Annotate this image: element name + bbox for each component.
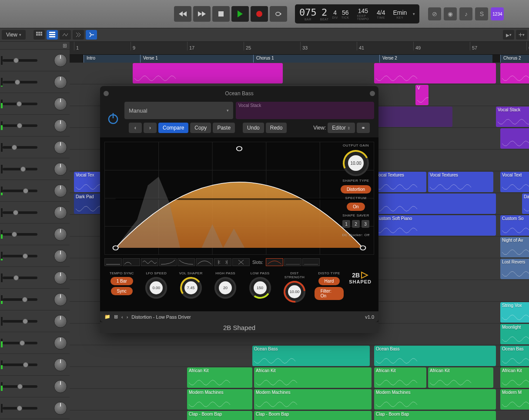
region[interactable]: African Kit [187,367,252,388]
volume-fader[interactable] [3,211,37,214]
pan-knob[interactable] [54,402,67,415]
pan-knob[interactable] [54,141,67,154]
pan-knob[interactable] [54,337,67,350]
region[interactable]: Modern M [500,389,529,410]
settings-icon[interactable]: ⊞ [63,43,67,49]
volume-fader[interactable] [3,385,37,388]
pan-knob[interactable] [54,54,67,67]
output-gain-knob[interactable]: 10.00 [343,150,369,176]
sync-button[interactable]: Sync [111,287,133,295]
volume-fader[interactable] [3,124,37,127]
volume-fader[interactable] [3,190,37,192]
catch-icon[interactable] [86,30,97,40]
lfo-speed-knob[interactable]: 0.00 [145,277,167,299]
pan-knob[interactable] [54,315,67,328]
volume-fader[interactable] [3,407,37,410]
pan-knob[interactable] [54,184,67,197]
folder-icon[interactable]: 📁 [104,314,110,320]
track-row[interactable]: Modern MachinesModern MachinesModern Mac… [70,389,529,410]
pan-knob[interactable] [54,97,67,110]
marker[interactable]: Verse 1 [140,55,253,63]
prev-preset-button[interactable]: ‹ [129,123,142,133]
slot-3[interactable] [302,258,320,266]
pan-knob[interactable] [54,358,67,371]
region[interactable]: V [415,85,429,105]
marker[interactable]: Verse 2 [379,55,492,63]
paste-button[interactable]: Paste [213,123,235,133]
flex-icon[interactable] [73,30,84,40]
pan-knob[interactable] [54,228,67,241]
track-row[interactable]: African KitAfrican KitAfrican KitAfrican… [70,367,529,389]
region[interactable]: Clap - Boom Bap [374,411,496,420]
region[interactable]: Custom So [500,215,529,236]
vol-shaper-knob[interactable]: 7.45 [180,277,202,299]
marker[interactable]: Chorus 2 [500,55,529,63]
region[interactable] [374,193,496,214]
volume-fader[interactable] [3,103,37,105]
region[interactable]: Modern Machines [374,389,496,410]
tempo-value-button[interactable]: 1 Bar [110,277,133,285]
shape-save-2[interactable]: 2 [352,220,360,228]
pan-knob[interactable] [54,119,67,132]
browse-icon[interactable]: ⊞ [114,314,118,320]
note-icon[interactable]: ♪ [459,7,472,20]
play-button[interactable] [231,6,249,22]
resize-icon[interactable] [370,91,375,96]
region[interactable]: Night of Av [500,237,529,257]
region[interactable]: Moonlight [500,324,529,344]
region[interactable]: Vocal Textures [428,172,493,192]
region[interactable]: Ocean Bass [252,346,370,366]
disto-hard-button[interactable]: Hard [318,277,340,285]
list-icon[interactable] [47,30,58,40]
volume-fader[interactable] [3,277,37,279]
region[interactable]: Ocean Bass [374,346,496,366]
tuner-icon[interactable]: ⊘ [428,7,441,20]
pan-knob[interactable] [54,293,67,306]
region[interactable]: Modern Machines [187,389,252,410]
shape-preset-4[interactable] [159,258,177,266]
pan-knob[interactable] [54,380,67,393]
shape-preset-2[interactable] [123,258,140,266]
volume-fader[interactable] [3,146,37,149]
mirror-h-icon[interactable] [214,258,231,266]
pan-knob[interactable] [54,271,67,284]
region[interactable] [374,63,496,83]
shaper-type-button[interactable]: Distortion [341,185,371,193]
view-editor-button[interactable]: Editor ⇕ [328,123,355,133]
slot-2[interactable] [284,258,301,266]
region[interactable]: Vocal Stack [496,107,529,127]
shape-preset-6[interactable] [196,258,213,266]
mirror-v-icon[interactable] [232,258,250,266]
region[interactable]: Dark Pad [74,193,101,214]
grid-icon[interactable] [33,30,45,40]
copy-button[interactable]: Copy [190,123,211,133]
dist-strength-knob[interactable]: 10.00 [284,281,305,303]
cycle-button[interactable] [270,6,287,22]
track-row[interactable]: Ocean BassOcean BassOcean Bas [70,345,529,367]
region[interactable]: African Kit [428,367,493,388]
high-pass-knob[interactable]: 20 [214,277,236,299]
region[interactable]: African Kit [500,367,529,388]
region[interactable] [500,63,529,83]
region[interactable]: Da [522,193,529,214]
region[interactable]: Ocean Bas [500,346,529,366]
marker[interactable]: Intro [84,55,140,63]
pan-knob[interactable] [54,250,67,263]
volume-fader[interactable] [3,363,37,366]
rewind-button[interactable] [174,6,191,22]
region[interactable]: Lost Revers [500,259,529,279]
region[interactable]: Clap - Boom Bap [187,411,252,420]
region[interactable]: African Kit [374,367,426,388]
stop-button[interactable] [212,6,230,22]
shaper-curve-display[interactable] [104,142,374,255]
volume-fader[interactable] [3,320,37,323]
region[interactable]: African Kit [254,367,372,388]
filter-on-button[interactable]: Filter: On [315,287,344,300]
power-button[interactable] [104,110,122,127]
region[interactable]: Vocal Text [500,172,529,192]
next-preset-button[interactable]: › [144,123,157,133]
next-icon[interactable]: › [127,314,128,320]
region[interactable]: Vocal Textures [374,172,426,192]
pointer-tool[interactable]: ▸ ▾ [503,30,514,40]
shape-save-3[interactable]: 3 [362,220,369,228]
